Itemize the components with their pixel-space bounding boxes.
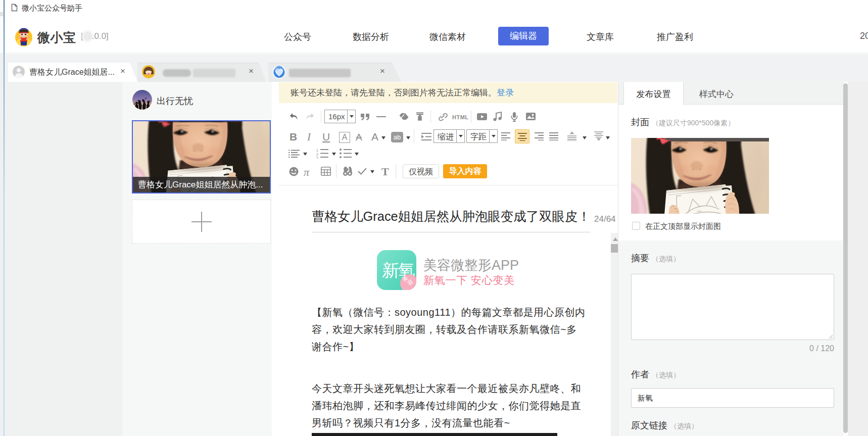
svg-text:3: 3 bbox=[316, 156, 318, 159]
svg-text:1: 1 bbox=[316, 149, 318, 152]
svg-text:2: 2 bbox=[316, 153, 318, 156]
